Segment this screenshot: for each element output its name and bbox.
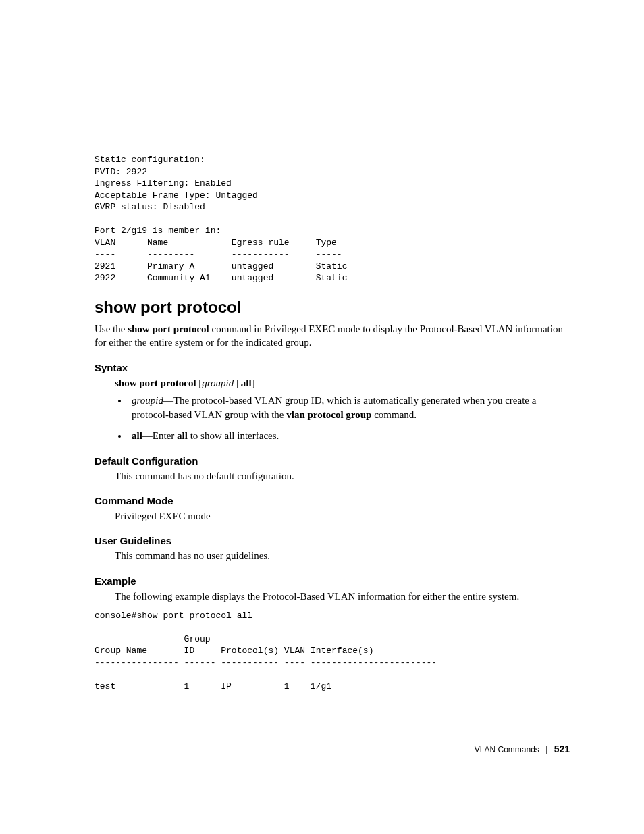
page-number: 521 (554, 744, 570, 754)
syntax-bullets: groupid—The protocol-based VLAN group ID… (128, 394, 570, 443)
intro-paragraph: Use the show port protocol command in Pr… (95, 322, 570, 350)
page-footer: VLAN Commands | 521 (475, 744, 570, 754)
syntax-heading: Syntax (95, 362, 570, 373)
bullet2-mid: —Enter (142, 430, 177, 441)
bullet2-end: to show all interfaces. (188, 430, 279, 441)
intro-bold: show port protocol (128, 323, 209, 334)
syntax-cmd: show port protocol (115, 377, 196, 388)
intro-pre: Use the (95, 323, 128, 334)
syntax-mid: | (234, 377, 241, 388)
footer-separator: | (545, 745, 547, 754)
bullet1-italic: groupid (132, 395, 163, 406)
default-config-text: This command has no default configuratio… (115, 469, 570, 483)
syntax-open: [ (196, 377, 203, 388)
bullet-all: all—Enter all to show all interfaces. (128, 429, 570, 443)
command-title: show port protocol (95, 298, 570, 317)
user-guidelines-text: This command has no user guidelines. (115, 549, 570, 563)
syntax-close: ] (252, 377, 255, 388)
default-config-heading: Default Configuration (95, 455, 570, 467)
command-mode-text: Privileged EXEC mode (115, 509, 570, 523)
bullet1-end: command. (371, 409, 417, 420)
cli-output-block-1: Static configuration: PVID: 2922 Ingress… (95, 154, 570, 284)
cli-output-block-2: console#show port protocol all Group Gro… (95, 610, 570, 693)
bullet-groupid: groupid—The protocol-based VLAN group ID… (128, 394, 570, 422)
footer-label: VLAN Commands (475, 745, 539, 754)
syntax-all: all (241, 377, 252, 388)
user-guidelines-heading: User Guidelines (95, 535, 570, 546)
example-text: The following example displays the Proto… (115, 590, 570, 603)
syntax-groupid: groupid (202, 377, 234, 388)
bullet2-bold1: all (132, 430, 142, 441)
bullet2-bold2: all (177, 430, 188, 441)
example-heading: Example (95, 575, 570, 587)
command-mode-heading: Command Mode (95, 495, 570, 506)
syntax-line: show port protocol [groupid | all] (115, 376, 570, 390)
bullet1-bold: vlan protocol group (286, 409, 371, 420)
